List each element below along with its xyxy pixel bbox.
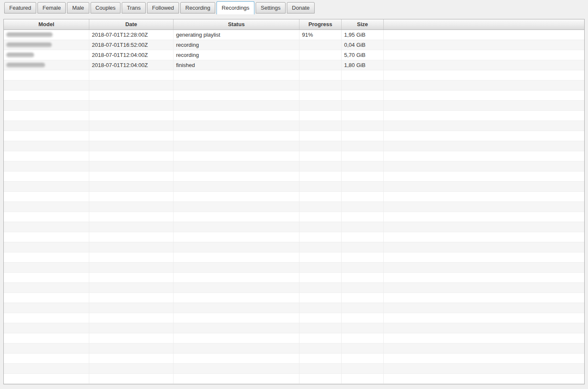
cell-size <box>342 70 384 80</box>
cell-extra <box>384 323 584 333</box>
cell-progress <box>299 222 342 232</box>
cell-status: recording <box>174 50 299 60</box>
cell-date <box>89 364 174 373</box>
cell-date: 2018-07-01T12:04:00Z <box>89 50 174 60</box>
cell-size <box>342 323 384 333</box>
cell-extra <box>384 222 584 232</box>
cell-date: 2018-07-01T12:28:00Z <box>89 30 174 40</box>
cell-status <box>174 182 299 191</box>
cell-date <box>89 313 174 323</box>
cell-date <box>89 192 174 201</box>
table-row[interactable]: 2018-07-01T12:04:00Zrecording5,70 GiB <box>4 50 584 60</box>
cell-status <box>174 151 299 161</box>
cell-size <box>342 121 384 131</box>
cell-size <box>342 364 384 373</box>
cell-date <box>89 374 174 384</box>
cell-progress <box>299 364 342 373</box>
cell-progress <box>299 252 342 262</box>
table-row[interactable]: 2018-07-01T16:52:00Zrecording0,04 GiB <box>4 40 584 50</box>
cell-status <box>174 343 299 353</box>
cell-model <box>4 364 89 373</box>
cell-status <box>174 101 299 110</box>
cell-progress <box>299 374 342 384</box>
cell-extra <box>384 202 584 212</box>
cell-model <box>4 333 89 343</box>
cell-size <box>342 111 384 121</box>
tab-recording[interactable]: Recording <box>180 2 215 13</box>
cell-extra <box>384 91 584 100</box>
cell-size <box>342 192 384 201</box>
cell-date: 2018-07-01T16:52:00Z <box>89 40 174 50</box>
cell-status: recording <box>174 40 299 50</box>
tab-settings[interactable]: Settings <box>256 2 286 13</box>
cell-date <box>89 323 174 333</box>
cell-progress <box>299 91 342 100</box>
table-row[interactable]: 2018-07-01T12:04:00Zfinished1,80 GiB <box>4 60 584 70</box>
table-row-empty <box>4 263 584 273</box>
cell-extra <box>384 80 584 90</box>
table-row-empty <box>4 374 584 384</box>
cell-extra <box>384 141 584 151</box>
cell-status <box>174 303 299 313</box>
column-header-progress[interactable]: Progress <box>299 19 342 30</box>
tab-featured[interactable]: Featured <box>4 2 36 13</box>
table-row-empty <box>4 80 584 91</box>
cell-model <box>4 60 89 70</box>
cell-progress <box>299 111 342 121</box>
cell-size <box>342 313 384 323</box>
cell-progress <box>299 212 342 222</box>
cell-status <box>174 232 299 242</box>
cell-status <box>174 111 299 121</box>
cell-date <box>89 131 174 141</box>
tab-followed[interactable]: Followed <box>147 2 179 13</box>
cell-date <box>89 242 174 252</box>
cell-model <box>4 70 89 80</box>
cell-date: 2018-07-01T12:04:00Z <box>89 60 174 70</box>
cell-extra <box>384 364 584 373</box>
column-header-size[interactable]: Size <box>342 19 384 30</box>
cell-extra <box>384 151 584 161</box>
cell-size <box>342 333 384 343</box>
tab-donate[interactable]: Donate <box>287 2 315 13</box>
table-row[interactable]: 2018-07-01T12:28:00Zgenerating playlist9… <box>4 30 584 40</box>
tab-male[interactable]: Male <box>67 2 89 13</box>
cell-model <box>4 192 89 201</box>
column-header-empty[interactable] <box>384 19 584 30</box>
cell-status <box>174 354 299 363</box>
cell-extra <box>384 60 584 70</box>
cell-status <box>174 161 299 171</box>
tab-trans[interactable]: Trans <box>122 2 146 13</box>
cell-size <box>342 263 384 272</box>
cell-date <box>89 283 174 292</box>
cell-extra <box>384 273 584 282</box>
cell-extra <box>384 303 584 313</box>
table-row-empty <box>4 313 584 323</box>
cell-model <box>4 354 89 363</box>
cell-size <box>342 374 384 384</box>
table-row-empty <box>4 202 584 212</box>
cell-size <box>342 303 384 313</box>
cell-status <box>174 192 299 201</box>
tab-female[interactable]: Female <box>37 2 66 13</box>
cell-extra <box>384 111 584 121</box>
cell-status <box>174 202 299 212</box>
cell-status <box>174 91 299 100</box>
cell-progress <box>299 70 342 80</box>
cell-extra <box>384 121 584 131</box>
table-row-empty <box>4 161 584 172</box>
tab-couples[interactable]: Couples <box>91 2 121 13</box>
column-header-model[interactable]: Model <box>4 19 89 30</box>
cell-size: 1,95 GiB <box>342 30 384 40</box>
cell-status: generating playlist <box>174 30 299 40</box>
cell-extra <box>384 131 584 141</box>
cell-progress <box>299 151 342 161</box>
cell-size <box>342 91 384 100</box>
column-header-date[interactable]: Date <box>89 19 174 30</box>
cell-model <box>4 30 89 40</box>
cell-status <box>174 313 299 323</box>
tab-recordings[interactable]: Recordings <box>216 1 254 14</box>
cell-status <box>174 364 299 373</box>
column-header-status[interactable]: Status <box>174 19 299 30</box>
cell-size <box>342 242 384 252</box>
cell-progress <box>299 202 342 212</box>
